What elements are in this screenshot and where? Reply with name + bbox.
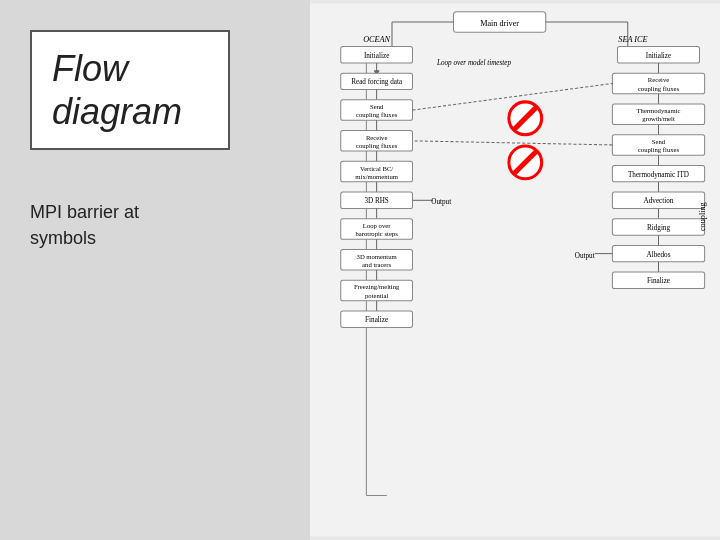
svg-text:Main driver: Main driver xyxy=(480,19,519,28)
svg-text:Ridging: Ridging xyxy=(647,224,670,232)
flow-diagram-svg: Main driver OCEAN SEA ICE Loop over mode… xyxy=(310,0,720,540)
svg-text:Finalize: Finalize xyxy=(647,277,670,285)
svg-text:Thermodynamic: Thermodynamic xyxy=(637,107,681,114)
svg-text:potential: potential xyxy=(365,292,388,299)
svg-text:Initialize: Initialize xyxy=(646,52,671,60)
svg-text:mix/momentum: mix/momentum xyxy=(355,173,398,180)
svg-text:Vertical BC/: Vertical BC/ xyxy=(360,165,393,172)
svg-text:Initialize: Initialize xyxy=(364,52,389,60)
svg-text:coupling fluxes: coupling fluxes xyxy=(638,146,680,153)
svg-text:Loop over: Loop over xyxy=(363,222,391,229)
svg-text:SEA ICE: SEA ICE xyxy=(618,35,647,44)
svg-text:Output: Output xyxy=(575,252,595,260)
svg-text:Send: Send xyxy=(652,138,666,145)
page-title: Flowdiagram xyxy=(52,47,208,133)
subtitle: MPI barrier atsymbols xyxy=(30,200,290,250)
svg-text:Send: Send xyxy=(370,103,384,110)
svg-text:coupling: coupling xyxy=(698,202,707,231)
svg-text:Receive: Receive xyxy=(648,76,669,83)
svg-text:coupling fluxes: coupling fluxes xyxy=(638,85,680,92)
svg-text:barotropic steps: barotropic steps xyxy=(355,230,398,237)
svg-text:Finalize: Finalize xyxy=(365,316,388,324)
svg-text:coupling fluxes: coupling fluxes xyxy=(356,142,398,149)
title-box: Flowdiagram xyxy=(30,30,230,150)
svg-text:Thermodynamic ITD: Thermodynamic ITD xyxy=(628,171,689,179)
left-panel: Flowdiagram MPI barrier atsymbols xyxy=(0,0,310,540)
svg-text:Freezing/melting: Freezing/melting xyxy=(354,283,400,290)
svg-text:growth/melt: growth/melt xyxy=(642,115,675,122)
svg-text:Output: Output xyxy=(431,198,451,206)
svg-text:3D momentum: 3D momentum xyxy=(357,253,398,260)
svg-text:Loop over model timestep: Loop over model timestep xyxy=(436,59,512,67)
svg-text:Read forcing data: Read forcing data xyxy=(351,78,403,86)
svg-text:Receive: Receive xyxy=(366,134,387,141)
svg-text:3D RHS: 3D RHS xyxy=(364,197,388,205)
right-panel: Main driver OCEAN SEA ICE Loop over mode… xyxy=(310,0,720,540)
svg-text:Advection: Advection xyxy=(644,197,674,205)
svg-text:coupling fluxes: coupling fluxes xyxy=(356,111,398,118)
svg-text:and tracers: and tracers xyxy=(362,261,391,268)
svg-text:Albedos: Albedos xyxy=(647,251,671,259)
svg-text:OCEAN: OCEAN xyxy=(363,35,390,44)
